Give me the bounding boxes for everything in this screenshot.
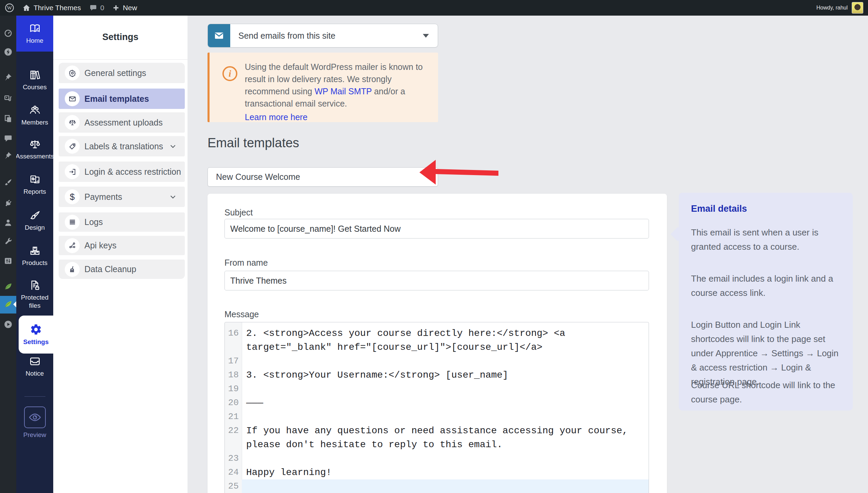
people-group-icon — [29, 105, 41, 116]
gear-icon — [65, 65, 80, 80]
sidebar-item-assessments[interactable]: Assessments — [16, 138, 53, 160]
gear-icon — [30, 323, 42, 336]
editor-row: 183. <strong>Your Username:</strong> [us… — [225, 368, 649, 382]
sidebar-item-products[interactable]: Products — [16, 245, 53, 267]
sidebar-item-members[interactable]: Members — [16, 105, 53, 127]
editor-row: 24Happy learning! — [225, 466, 649, 479]
info-icon: i — [222, 66, 237, 81]
learn-more-link[interactable]: Learn more here — [245, 111, 308, 123]
editor-row: please don't hesitate to reply to this e… — [225, 438, 649, 452]
details-paragraph: Course URL shortcode will link to the co… — [691, 378, 839, 406]
sidebar-item-courses[interactable]: Courses — [16, 69, 53, 91]
sidebar-item-protected-files[interactable]: Protected files — [16, 280, 53, 310]
plus-icon — [112, 4, 120, 12]
sidebar-item-label: Home — [26, 37, 43, 45]
apprentice-sidebar: Home Courses Members Assessments Reports… — [16, 16, 53, 493]
warning-text: Using the default WordPress mailer is kn… — [245, 61, 431, 123]
broom-icon — [65, 262, 80, 277]
comments-menu-item[interactable]: 0 — [89, 4, 104, 12]
nav-item-data-cleanup[interactable]: Data Cleanup — [59, 260, 185, 279]
boxes-icon — [29, 245, 41, 257]
sidebar-item-label: Design — [25, 224, 45, 232]
nav-item-login-access[interactable]: Login & access restriction — [59, 162, 185, 182]
page-title: Email templates — [208, 136, 299, 150]
template-selected-value: New Course Welcome — [216, 172, 300, 182]
code-line: If you have any questions or need assist… — [242, 424, 649, 438]
nav-item-assessment-uploads[interactable]: Assessment uploads — [59, 112, 185, 133]
account-menu-item[interactable]: Howdy, rahul — [816, 2, 868, 14]
nav-item-payments[interactable]: $ Payments — [59, 187, 185, 207]
users-icon[interactable] — [0, 214, 16, 231]
from-name-input[interactable]: Thrive Themes — [224, 271, 649, 290]
tools-wrench-icon[interactable] — [0, 233, 16, 249]
appearance-brush-icon[interactable] — [0, 174, 16, 191]
pin-icon[interactable] — [0, 147, 16, 164]
nav-item-label: Data Cleanup — [84, 264, 136, 274]
comments-icon[interactable] — [0, 130, 16, 147]
message-label: Message — [224, 309, 259, 319]
email-details-panel: Email details This email is sent when a … — [679, 193, 853, 411]
sidebar-item-label: Members — [21, 118, 48, 127]
message-code-editor[interactable]: 162. <strong>Access your course directly… — [224, 322, 649, 493]
sidebar-item-notice[interactable]: Notice — [16, 356, 53, 378]
preview-button-frame — [24, 406, 46, 428]
sidebar-item-reports[interactable]: Reports — [16, 174, 53, 196]
sidebar-item-label: Settings — [23, 338, 49, 346]
email-template-form-card: Subject Welcome to [course_name]! Get St… — [208, 194, 667, 493]
line-number: 17 — [225, 354, 242, 368]
plugins-plug-icon[interactable] — [0, 195, 16, 211]
paintbrush-icon — [29, 210, 41, 221]
sidebar-item-design[interactable]: Design — [16, 210, 53, 232]
editor-row: 23 — [225, 452, 649, 466]
line-number: 21 — [225, 410, 242, 424]
from-name-label: From name — [224, 258, 268, 268]
editor-row: 162. <strong>Access your course directly… — [225, 326, 649, 340]
pin-icon[interactable] — [0, 69, 16, 85]
sidebar-item-label: Notice — [26, 369, 44, 378]
comments-count: 0 — [100, 4, 104, 12]
code-line — [242, 354, 649, 368]
nav-item-general-settings[interactable]: General settings — [59, 63, 185, 83]
scale-icon — [65, 115, 80, 130]
settings-panel-title: Settings — [53, 32, 188, 42]
nav-item-label: Payments — [84, 192, 122, 202]
code-line: please don't hesitate to reply to this e… — [242, 438, 649, 452]
wp-mail-smtp-link[interactable]: WP Mail SMTP — [315, 87, 372, 96]
howdy-text: Howdy, rahul — [816, 5, 848, 11]
nav-item-labels-translations[interactable]: Labels & translations — [59, 136, 185, 156]
line-number: 25 — [225, 479, 242, 493]
thrive-apprentice-leaf-icon[interactable] — [0, 296, 16, 312]
line-number: 20 — [225, 396, 242, 410]
sidebar-item-label: Courses — [23, 83, 47, 91]
wordpress-logo-icon[interactable]: W — [5, 3, 14, 13]
mailer-selected-value: Send emails from this site — [230, 31, 423, 41]
editor-row: 20——— — [225, 396, 649, 410]
dashboard-icon[interactable] — [0, 25, 16, 41]
subject-input[interactable]: Welcome to [course_name]! Get Started No… — [224, 219, 649, 239]
mailer-warning-notice: i Using the default WordPress mailer is … — [208, 53, 438, 122]
new-menu-item[interactable]: New — [112, 4, 137, 12]
nav-item-api-keys[interactable]: Api keys — [59, 236, 185, 255]
file-lock-icon — [29, 280, 41, 291]
media-icon[interactable] — [0, 90, 16, 107]
mailer-select[interactable]: Send emails from this site — [208, 24, 438, 48]
editor-rows: 162. <strong>Access your course directly… — [225, 326, 649, 493]
nav-item-logs[interactable]: Logs — [59, 212, 185, 232]
sidebar-item-label: Preview — [23, 431, 46, 439]
eye-icon — [28, 411, 42, 424]
settings-sliders-icon[interactable] — [0, 253, 16, 269]
nav-item-label: Login & access restriction — [84, 167, 181, 177]
updates-icon[interactable] — [0, 44, 16, 60]
sidebar-item-settings[interactable]: Settings — [19, 316, 53, 354]
nav-item-label: Labels & translations — [84, 141, 163, 151]
nav-item-email-templates[interactable]: Email templates — [59, 89, 185, 109]
site-menu-item[interactable]: Thrive Themes — [22, 4, 81, 12]
pages-icon[interactable] — [0, 111, 16, 127]
sidebar-item-home[interactable]: Home — [16, 16, 53, 52]
chevron-down-icon — [169, 193, 177, 201]
video-play-icon[interactable] — [0, 316, 16, 333]
settings-nav-panel: Settings General settings Email template… — [53, 16, 188, 493]
sidebar-item-preview[interactable]: Preview — [16, 406, 53, 439]
thrive-leaf-icon[interactable] — [0, 278, 16, 295]
email-template-select[interactable]: New Course Welcome — [208, 167, 438, 187]
